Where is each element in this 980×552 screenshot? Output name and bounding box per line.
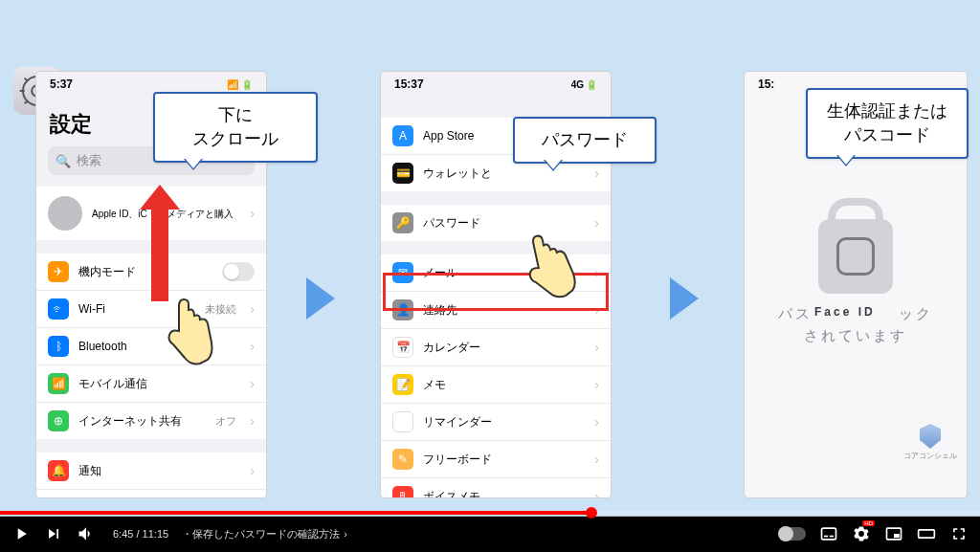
row-reminders[interactable]: ⦿ リマインダー › xyxy=(381,404,611,441)
chevron-right-icon: › xyxy=(250,206,255,221)
notes-icon: 📝 xyxy=(392,374,413,395)
svg-line-8 xyxy=(25,100,28,103)
search-icon: 🔍 xyxy=(56,154,71,168)
svg-rect-10 xyxy=(822,528,836,540)
key-icon: 🔑 xyxy=(392,212,413,233)
row-notifications[interactable]: 🔔 通知 › xyxy=(36,453,266,490)
pointing-hand-icon xyxy=(159,295,218,371)
callout-password: パスワード xyxy=(513,117,657,164)
row-sounds[interactable]: 🔊 サウンドと触覚 › xyxy=(36,490,266,497)
status-icons: 📶 🔋 xyxy=(227,79,253,90)
faceid-prompt: パス ック Face ID されています xyxy=(745,219,967,346)
hd-badge: HD xyxy=(862,520,875,526)
row-bluetooth[interactable]: ᛒ Bluetooth › xyxy=(36,328,266,365)
next-button[interactable] xyxy=(44,524,63,543)
row-label: 機内モード xyxy=(78,264,212,280)
svg-rect-12 xyxy=(830,536,834,538)
shield-icon xyxy=(920,424,941,449)
theater-button[interactable] xyxy=(917,524,936,543)
chevron-right-icon: › xyxy=(344,528,347,540)
cellular-icon: 📶 xyxy=(48,373,69,394)
row-freeboard[interactable]: ✎ フリーボード › xyxy=(381,441,611,478)
chevron-right-icon: › xyxy=(250,413,255,429)
watermark-label: コアコンシェル xyxy=(903,451,957,461)
video-content: 5:37 📶 🔋 設定 🔍 検索 Apple ID、iC メディアと購入 › ✈… xyxy=(0,0,980,517)
chevron-right-icon: › xyxy=(594,377,599,392)
row-label: ボイスメモ xyxy=(423,489,585,498)
scroll-up-arrow xyxy=(151,206,168,301)
settings-button[interactable]: HD xyxy=(852,524,871,543)
time-display: 6:45 / 11:15 xyxy=(113,528,168,540)
search-placeholder: 検索 xyxy=(77,152,101,169)
chevron-right-icon: › xyxy=(594,265,599,280)
reminders-icon: ⦿ xyxy=(392,411,413,432)
progress-played xyxy=(0,511,591,515)
callout-biometric: 生体認証または パスコード xyxy=(806,88,969,159)
current-time: 6:45 xyxy=(113,528,133,540)
bell-icon: 🔔 xyxy=(48,460,69,481)
faceid-icon xyxy=(836,237,875,276)
svg-rect-11 xyxy=(824,536,828,538)
settings-group-passwords: 🔑 パスワード › xyxy=(381,205,611,241)
appstore-icon: A xyxy=(392,125,413,146)
status-time: 5:37 xyxy=(50,77,73,91)
hotspot-icon: ⊕ xyxy=(48,410,69,431)
mail-icon: ✉ xyxy=(392,262,413,283)
fullscreen-button[interactable] xyxy=(949,524,969,543)
svg-rect-14 xyxy=(894,534,900,538)
chevron-right-icon: › xyxy=(250,376,255,391)
volume-button[interactable] xyxy=(77,524,96,543)
captions-button[interactable] xyxy=(819,524,838,543)
chevron-right-icon: › xyxy=(594,340,599,355)
svg-line-6 xyxy=(25,78,28,81)
row-label: モバイル通信 xyxy=(78,376,240,392)
player-controls: 6:45 / 11:15 ・保存したパスワードの確認方法› HD xyxy=(0,516,980,552)
chevron-right-icon: › xyxy=(250,339,255,354)
chapter-title[interactable]: ・保存したパスワードの確認方法› xyxy=(182,527,347,541)
chevron-right-icon: › xyxy=(594,452,599,467)
row-label: カレンダー xyxy=(423,340,585,356)
airplane-toggle[interactable] xyxy=(222,262,255,281)
lock-line-2: されています xyxy=(778,325,933,347)
callout-text: パスワード xyxy=(542,130,628,149)
miniplayer-button[interactable] xyxy=(884,524,903,543)
faceid-label: Face ID xyxy=(814,303,876,320)
bluetooth-icon: ᛒ xyxy=(48,336,69,357)
video-progress-bar[interactable] xyxy=(0,511,980,515)
callout-scroll: 下に スクロール xyxy=(153,92,318,163)
row-hotspot[interactable]: ⊕ インターネット共有 オフ › xyxy=(36,403,266,439)
chevron-right-icon: › xyxy=(594,215,599,231)
duration: 11:15 xyxy=(143,528,169,540)
autoplay-toggle[interactable] xyxy=(779,527,806,541)
chevron-right-icon: › xyxy=(250,301,255,317)
lock-icon xyxy=(818,219,893,294)
chevron-right-icon: › xyxy=(250,463,255,478)
row-passwords[interactable]: 🔑 パスワード › xyxy=(381,205,611,241)
chevron-right-icon: › xyxy=(594,166,599,181)
row-label: インターネット共有 xyxy=(78,413,206,430)
play-button[interactable] xyxy=(11,524,31,543)
voicememo-icon: 🎙 xyxy=(392,486,413,497)
status-icons: 4G 🔋 xyxy=(571,79,597,90)
avatar xyxy=(48,196,82,231)
row-notes[interactable]: 📝 メモ › xyxy=(381,366,611,404)
channel-watermark[interactable]: コアコンシェル xyxy=(903,424,957,461)
callout-text: 下に スクロール xyxy=(192,105,278,148)
step-arrow-icon xyxy=(306,277,335,320)
status-time: 15:37 xyxy=(394,77,424,91)
row-mobile[interactable]: 📶 モバイル通信 › xyxy=(36,365,266,403)
chevron-right-icon: › xyxy=(594,489,599,497)
wifi-icon: ᯤ xyxy=(48,298,69,320)
signal-label: 4G xyxy=(571,79,584,90)
svg-rect-15 xyxy=(919,530,935,538)
row-calendar[interactable]: 📅 カレンダー › xyxy=(381,329,611,366)
airplane-icon: ✈ xyxy=(48,261,69,282)
callout-text: 生体認証または パスコード xyxy=(827,101,947,144)
step-arrow-icon xyxy=(670,277,699,320)
status-bar: 15:37 4G 🔋 xyxy=(381,72,611,95)
row-label: メモ xyxy=(423,377,585,393)
row-voicememo[interactable]: 🎙 ボイスメモ › xyxy=(381,478,611,497)
chapter-label: ・保存したパスワードの確認方法 xyxy=(182,528,340,540)
wallet-icon: 💳 xyxy=(392,163,413,184)
chevron-right-icon: › xyxy=(594,414,599,430)
